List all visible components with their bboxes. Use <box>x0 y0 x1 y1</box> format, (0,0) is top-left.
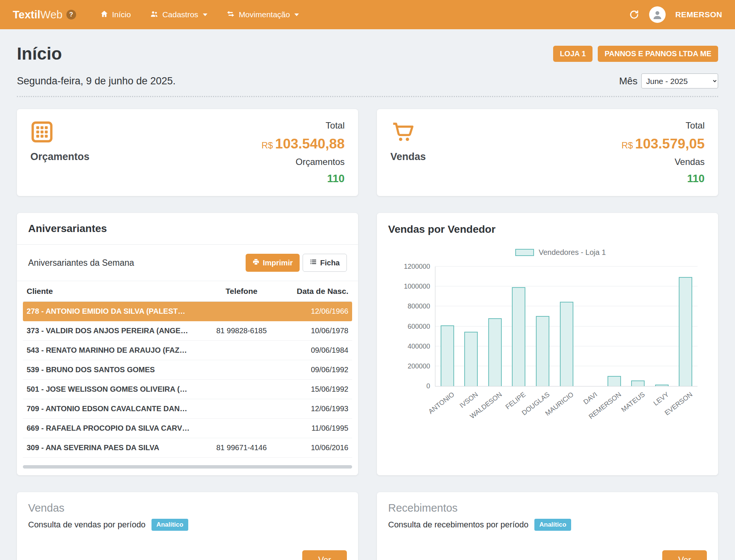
x-axis-label: DAVI <box>582 391 599 406</box>
birthdays-title: Aniversariantes <box>17 213 358 245</box>
col-data-nasc: Data de Nasc. <box>288 281 352 301</box>
y-axis-tick: 200000 <box>408 362 430 370</box>
client-name: 373 - VALDIR DOS ANJOS PEREIRA (ANGE… <box>23 321 195 340</box>
chevron-down-icon <box>203 13 207 16</box>
table-row[interactable]: 669 - RAFAELA PROCOPIO DA SILVA CARV… 11… <box>23 419 352 438</box>
chevron-down-icon <box>294 13 299 16</box>
bar-mauricio[interactable] <box>560 302 573 386</box>
view-receipts-button[interactable]: Ver <box>662 550 707 560</box>
page-content: Início LOJA 1 PANNOS E PANNOS LTDA ME Se… <box>0 29 735 560</box>
client-birthdate: 10/06/1978 <box>288 321 352 340</box>
help-icon[interactable]: ? <box>66 10 76 19</box>
panel-title: Vendas <box>28 502 347 514</box>
bar-levy[interactable] <box>655 385 669 386</box>
birthdays-card: Aniversariantes Aniversariantes da Seman… <box>17 213 358 475</box>
bar-chart: 020000040000060000080000010000001200000A… <box>394 267 701 431</box>
birthdays-subtitle: Aniversariantes da Semana <box>28 258 134 268</box>
chart-title: Vendas por Vendedor <box>388 223 707 235</box>
context-badges: LOJA 1 PANNOS E PANNOS LTDA ME <box>553 46 718 62</box>
legend-label: Vendedores - Loja 1 <box>538 248 606 257</box>
client-birthdate: 12/06/1993 <box>288 399 352 418</box>
nav-item-inicio[interactable]: Início <box>93 5 138 24</box>
nav-item-movimentacao[interactable]: Movimentação <box>219 5 306 24</box>
client-birthdate: 12/06/1966 <box>288 302 352 321</box>
horizontal-scrollbar[interactable] <box>23 465 352 469</box>
record-button[interactable]: Ficha <box>303 254 347 272</box>
table-row[interactable]: 309 - ANA SEVERINA PAES DA SILVA 81 9967… <box>23 438 352 458</box>
y-axis-tick: 400000 <box>408 342 430 350</box>
sales-summary-card: Vendas Total R$103.579,05 Vendas 110 <box>377 109 718 196</box>
table-row[interactable]: 539 - BRUNO DOS SANTOS GOMES 09/06/1992 <box>23 360 352 380</box>
bar-mateus[interactable] <box>631 380 645 386</box>
col-telefone: Telefone <box>195 281 288 301</box>
client-phone <box>195 345 288 356</box>
client-birthdate: 15/06/1992 <box>288 380 352 399</box>
analytic-badge: Analítico <box>152 519 188 531</box>
client-name: 669 - RAFAELA PROCOPIO DA SILVA CARV… <box>23 419 195 438</box>
client-name: 539 - BRUNO DOS SANTOS GOMES <box>23 360 195 379</box>
table-row[interactable]: 501 - JOSE WELISSON GOMES OLIVEIRA (… 15… <box>23 380 352 399</box>
budgets-label: Orçamentos <box>30 151 90 163</box>
view-sales-button[interactable]: Ver <box>302 550 347 560</box>
total-label: Total <box>326 120 345 131</box>
chart-legend[interactable]: Vendedores - Loja 1 <box>429 248 692 257</box>
users-icon <box>150 10 159 20</box>
page-title: Início <box>17 43 62 64</box>
printer-icon <box>252 258 260 267</box>
month-select[interactable]: June - 2025 <box>641 73 718 88</box>
birthdays-table: Cliente Telefone Data de Nasc. 278 - ANT… <box>17 281 358 460</box>
bar-antonio[interactable] <box>441 325 454 386</box>
store-badge[interactable]: LOJA 1 <box>553 46 592 62</box>
client-birthdate: 11/06/1995 <box>288 419 352 438</box>
panel-description: Consulta de vendas por período <box>28 520 146 530</box>
client-phone <box>195 365 288 375</box>
x-axis-label: IVSON <box>458 391 480 410</box>
brand-logo[interactable]: TextilWeb ? <box>13 9 76 21</box>
client-phone <box>195 423 288 434</box>
table-row[interactable]: 543 - RENATO MARINHO DE ARAUJO (FAZ… 09/… <box>23 341 352 360</box>
nav-item-cadastros[interactable]: Cadastros <box>143 5 214 24</box>
table-row[interactable]: 278 - ANTONIO EMIDIO DA SILVA (PALEST… 1… <box>23 302 352 321</box>
bar-remerson[interactable] <box>608 376 621 386</box>
budgets-summary-card: Orçamentos Total R$103.540,88 Orçamentos… <box>17 109 358 196</box>
panel-title: Recebimentos <box>388 502 707 514</box>
client-birthdate: 09/06/1984 <box>288 341 352 360</box>
bar-douglas[interactable] <box>536 316 549 386</box>
company-badge[interactable]: PANNOS E PANNOS LTDA ME <box>598 46 718 62</box>
calculator-icon <box>30 120 90 145</box>
table-header: Cliente Telefone Data de Nasc. <box>23 281 352 302</box>
list-icon <box>310 258 317 267</box>
bar-felipe[interactable] <box>512 287 525 386</box>
y-axis-tick: 1200000 <box>404 263 430 271</box>
main-nav: Início Cadastros Movimentação <box>93 5 306 24</box>
client-birthdate: 09/06/1992 <box>288 360 352 379</box>
sales-label: Vendas <box>390 151 426 163</box>
sales-total-value: R$103.579,05 <box>621 136 705 152</box>
bar-everson[interactable] <box>679 277 692 386</box>
x-axis-label: MATEUS <box>620 391 646 414</box>
sales-count-label: Vendas <box>675 157 705 167</box>
user-avatar[interactable] <box>649 6 666 23</box>
analytic-badge: Analítico <box>534 519 571 531</box>
y-axis-tick: 0 <box>426 382 430 390</box>
y-axis-tick: 800000 <box>408 302 430 310</box>
chart-plot: 020000040000060000080000010000001200000A… <box>435 267 698 386</box>
current-date: Segunda-feira, 9 de junho de 2025. <box>17 75 176 87</box>
print-button[interactable]: Imprimir <box>246 254 300 272</box>
bar-ivson[interactable] <box>464 332 478 386</box>
x-axis-label: LEVY <box>652 391 670 407</box>
table-row[interactable]: 373 - VALDIR DOS ANJOS PEREIRA (ANGE… 81… <box>23 321 352 341</box>
nav-label: Cadastros <box>162 10 198 19</box>
bar-waldeson[interactable] <box>488 318 502 386</box>
table-row[interactable]: 709 - ANTONIO EDSON CAVALCANTE DAN… 12/0… <box>23 399 352 419</box>
navbar-right: REMERSON <box>629 6 722 23</box>
client-phone <box>195 384 288 395</box>
refresh-icon[interactable] <box>629 9 639 20</box>
gridline <box>435 266 698 267</box>
user-name[interactable]: REMERSON <box>675 10 722 19</box>
budgets-count: 110 <box>327 172 345 185</box>
y-axis-tick: 600000 <box>408 322 430 330</box>
cart-icon <box>390 120 426 145</box>
client-phone: 81 99828-6185 <box>195 321 288 340</box>
sales-report-panel: Vendas Consulta de vendas por período An… <box>17 492 358 560</box>
